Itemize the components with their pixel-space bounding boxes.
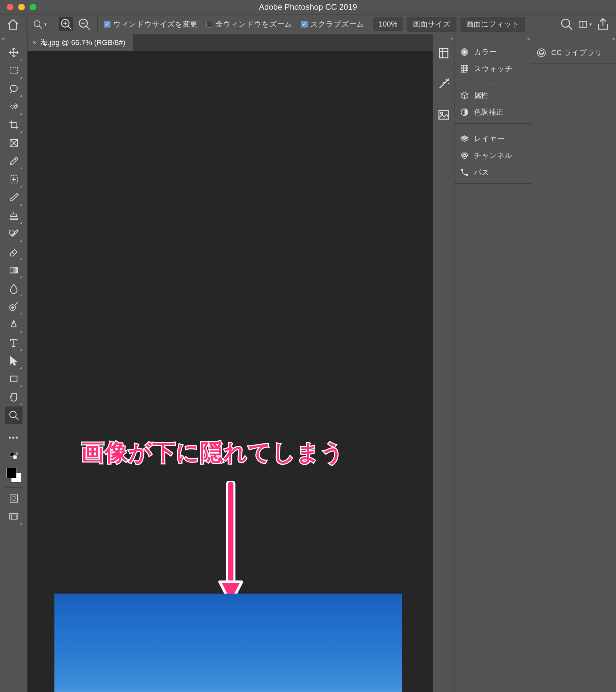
arrow-down-icon <box>216 481 246 609</box>
history-brush-tool[interactable] <box>5 225 22 242</box>
crop-tool[interactable] <box>5 116 22 134</box>
panel-item-label: チャンネル <box>474 151 512 160</box>
panel-item-label: スウォッチ <box>474 64 512 74</box>
panel-item-color[interactable]: カラー <box>455 44 531 61</box>
brush-tool[interactable] <box>5 189 22 206</box>
swatches-grid-icon <box>460 64 469 73</box>
rectangle-shape-tool[interactable] <box>5 370 22 388</box>
options-bar: ▾ ウィンドウサイズを変更 全ウィンドウをズーム スクラブズーム 100% 画面… <box>0 14 616 34</box>
close-window-icon[interactable] <box>7 4 14 10</box>
wand-panel-icon[interactable] <box>436 77 451 91</box>
panel-item-label: 色調補正 <box>474 107 504 117</box>
canvas-area[interactable]: 画像が下に隠れてしまう <box>27 51 433 692</box>
scrubby-zoom-checkbox[interactable]: スクラブズーム <box>301 19 364 29</box>
picture-panel-icon[interactable] <box>436 108 451 122</box>
edit-toolbar-button[interactable]: ••• <box>5 429 22 447</box>
search-button[interactable] <box>559 17 574 31</box>
screen-mode-button[interactable] <box>5 508 22 525</box>
cube-icon <box>460 91 469 100</box>
share-button[interactable] <box>596 17 610 31</box>
cc-libraries-label: CC ライブラリ <box>551 48 602 58</box>
document-tab-bar: × 海.jpg @ 66.7% (RGB/8#) <box>27 34 433 51</box>
panel-item-adjustments[interactable]: 色調補正 <box>455 104 531 121</box>
panel-item-label: パス <box>474 167 489 177</box>
rectangular-marquee-tool[interactable] <box>5 62 22 79</box>
hand-tool[interactable] <box>5 388 22 406</box>
healing-brush-tool[interactable] <box>5 171 22 188</box>
dock-collapse-handle[interactable] <box>433 34 454 42</box>
color-wheel-icon <box>460 47 469 57</box>
annotation-text: 画像が下に隠れてしまう <box>81 437 345 468</box>
zoom-in-button[interactable] <box>59 17 73 31</box>
panel-item-layers[interactable]: レイヤー <box>455 130 531 147</box>
checkbox-unchecked-icon <box>206 21 213 27</box>
home-button[interactable] <box>6 17 20 31</box>
quick-mask-toggle[interactable] <box>5 490 22 507</box>
foreground-color-swatch[interactable] <box>6 468 17 478</box>
panels-column: カラー スウォッチ 属性 色調補正 レイヤー <box>454 34 531 692</box>
cc-libraries-panel[interactable]: CC ライブラリ <box>531 42 616 64</box>
frame-tool[interactable] <box>5 134 22 152</box>
zoom-all-windows-label: 全ウィンドウをズーム <box>216 19 292 29</box>
actual-pixels-button[interactable]: 画面サイズ <box>407 17 457 31</box>
resize-windows-checkbox[interactable]: ウィンドウサイズを変更 <box>104 19 198 29</box>
cclib-collapse-handle[interactable] <box>531 34 616 42</box>
move-tool[interactable] <box>5 44 22 61</box>
scrubby-zoom-label: スクラブズーム <box>310 19 364 29</box>
window-controls <box>0 4 36 10</box>
zoom-tool[interactable] <box>5 407 22 424</box>
adjustments-circle-icon <box>460 108 469 117</box>
layers-icon <box>460 134 469 144</box>
app-title: Adobe Photoshop CC 2019 <box>259 2 357 12</box>
tools-panel: ••• <box>0 42 27 692</box>
clone-stamp-tool[interactable] <box>5 207 22 224</box>
toolbar-collapse-handle[interactable] <box>0 34 27 42</box>
blur-tool[interactable] <box>5 280 22 297</box>
default-colors-button[interactable] <box>5 447 22 464</box>
path-selection-tool[interactable] <box>5 352 22 369</box>
checkbox-checked-icon <box>301 21 308 27</box>
checkbox-checked-icon <box>104 21 110 27</box>
dodge-tool[interactable] <box>5 298 22 315</box>
svg-rect-40 <box>13 455 17 459</box>
cc-library-column: CC ライブラリ <box>531 34 616 692</box>
panel-item-paths[interactable]: パス <box>455 164 531 181</box>
panel-group: レイヤー チャンネル パス <box>455 124 531 184</box>
eyedropper-tool[interactable] <box>5 152 22 170</box>
fit-screen-button[interactable]: 画面にフィット <box>461 17 525 31</box>
chevron-down-icon: ▾ <box>590 22 592 27</box>
resize-windows-label: ウィンドウサイズを変更 <box>113 19 198 29</box>
eraser-tool[interactable] <box>5 243 22 261</box>
panel-item-label: レイヤー <box>474 134 505 144</box>
type-tool[interactable] <box>5 334 22 351</box>
panel-item-properties[interactable]: 属性 <box>455 87 531 104</box>
lasso-tool[interactable] <box>5 80 22 98</box>
panels-collapse-handle[interactable] <box>455 34 531 42</box>
zoom-all-windows-checkbox[interactable]: 全ウィンドウをズーム <box>206 19 292 29</box>
titlebar: Adobe Photoshop CC 2019 <box>0 0 616 14</box>
foreground-background-swatch[interactable] <box>6 468 21 483</box>
chevron-down-icon: ▾ <box>44 22 47 27</box>
panel-group: 属性 色調補正 <box>455 80 531 124</box>
tool-preset-picker[interactable]: ▾ <box>32 17 47 31</box>
workspace-switcher[interactable]: ▾ <box>578 17 592 31</box>
panel-item-channels[interactable]: チャンネル <box>455 147 531 164</box>
quick-selection-tool[interactable] <box>5 98 22 115</box>
pen-tool[interactable] <box>5 316 22 333</box>
gradient-tool[interactable] <box>5 261 22 279</box>
dock-strip <box>433 34 454 692</box>
ellipsis-icon: ••• <box>8 433 19 442</box>
channels-icon <box>460 151 469 160</box>
fullscreen-window-icon[interactable] <box>29 4 36 10</box>
close-icon[interactable]: × <box>32 39 36 46</box>
zoom-out-button[interactable] <box>77 17 91 31</box>
document-tab-label: 海.jpg @ 66.7% (RGB/8#) <box>40 38 125 48</box>
panel-group: カラー スウォッチ <box>455 42 531 80</box>
document-tab[interactable]: × 海.jpg @ 66.7% (RGB/8#) <box>27 34 133 51</box>
panel-item-swatches[interactable]: スウォッチ <box>455 61 531 77</box>
history-panel-icon[interactable] <box>436 46 451 61</box>
zoom-100-button[interactable]: 100% <box>373 18 403 31</box>
canvas-image <box>54 593 402 692</box>
minimize-window-icon[interactable] <box>18 4 25 10</box>
panel-item-label: 属性 <box>474 90 489 101</box>
